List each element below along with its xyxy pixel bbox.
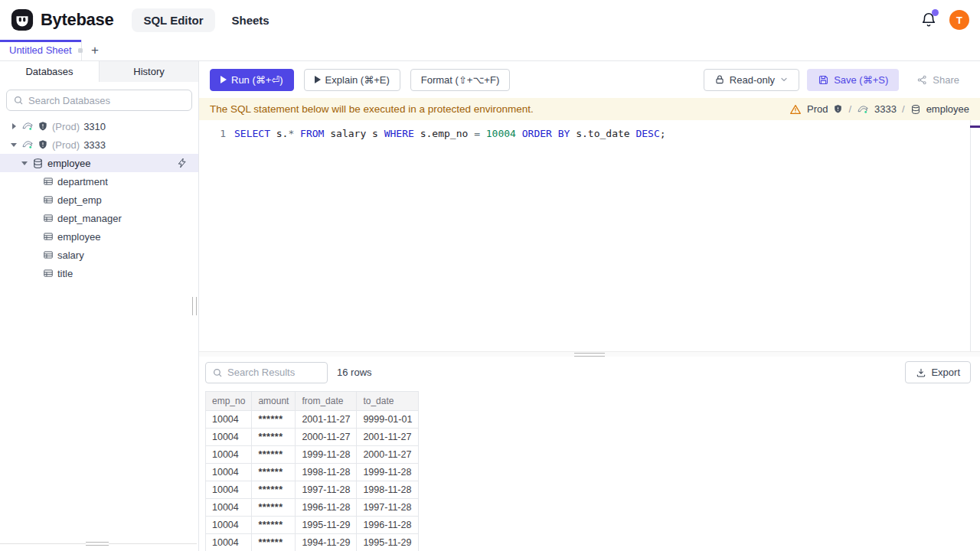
share-button[interactable]: Share — [906, 69, 969, 91]
run-button[interactable]: Run (⌘+⏎) — [210, 69, 294, 91]
table-row: 10004******2001-11-279999-01-01 — [206, 411, 419, 429]
cell[interactable]: 1996-11-28 — [296, 499, 357, 517]
instance-env-label: (Prod) — [52, 139, 80, 151]
instance-badge[interactable]: 3333 — [874, 103, 897, 115]
tab-databases[interactable]: Databases — [0, 61, 100, 82]
table-name: employee — [57, 231, 100, 243]
cell[interactable]: 1994-11-29 — [296, 534, 357, 551]
sidebar-bottom-splitter[interactable] — [0, 543, 197, 548]
instance-name: 3333 — [83, 139, 106, 151]
results-header-row: emp_noamountfrom_dateto_date — [206, 392, 419, 411]
sql-token: DESC — [635, 128, 659, 139]
cell[interactable]: 1997-11-28 — [357, 499, 419, 517]
cell[interactable]: 2000-11-27 — [357, 446, 419, 464]
environment-shield-icon — [38, 139, 48, 150]
cell[interactable]: 1998-11-28 — [296, 464, 357, 481]
tree-item-table-dept_emp[interactable]: dept_emp — [0, 191, 198, 209]
readonly-mode-dropdown[interactable]: Read-only — [704, 69, 799, 91]
notification-badge — [932, 9, 939, 16]
results-splitter[interactable] — [199, 351, 980, 357]
explain-button[interactable]: Explain (⌘+E) — [304, 69, 400, 91]
cell[interactable]: 10004 — [206, 481, 252, 499]
instance-env-label: (Prod) — [52, 121, 80, 132]
format-button[interactable]: Format (⇧+⌥+F) — [410, 69, 510, 91]
cell[interactable]: ****** — [252, 534, 296, 551]
cell[interactable]: 10004 — [206, 517, 252, 534]
cell[interactable]: ****** — [252, 517, 296, 534]
environment-shield-icon — [833, 104, 843, 114]
cell[interactable]: 10004 — [206, 464, 252, 481]
cell[interactable]: ****** — [252, 411, 296, 429]
quick-action-bolt-icon[interactable] — [177, 158, 188, 168]
editor-toolbar: Run (⌘+⏎) Explain (⌘+E) Format (⇧+⌥+F) — [199, 61, 980, 98]
mysql-icon — [21, 139, 34, 151]
cell[interactable]: 1996-11-28 — [357, 517, 419, 534]
cell[interactable]: 10004 — [206, 411, 252, 429]
tree-item-table-title[interactable]: title — [0, 264, 198, 282]
results-search-input[interactable] — [227, 367, 321, 378]
database-badge[interactable]: employee — [926, 103, 969, 115]
expand-caret-icon[interactable] — [9, 123, 18, 129]
cell[interactable]: ****** — [252, 464, 296, 481]
cell[interactable]: 1999-11-28 — [296, 446, 357, 464]
collapse-caret-icon[interactable] — [20, 161, 29, 165]
tree-item-instance-3310[interactable]: (Prod) 3310 — [0, 117, 198, 135]
new-sheet-button[interactable]: + — [82, 40, 108, 60]
tab-history[interactable]: History — [100, 61, 198, 82]
cell[interactable]: ****** — [252, 429, 296, 446]
cell[interactable]: 2000-11-27 — [296, 429, 357, 446]
share-icon — [916, 74, 928, 86]
cell[interactable]: 10004 — [206, 429, 252, 446]
cell[interactable]: 1999-11-28 — [357, 464, 419, 481]
bytebase-logo[interactable]: Bytebase — [11, 8, 113, 31]
cell[interactable]: 1995-11-29 — [296, 517, 357, 534]
bytebase-sql-editor-app: Bytebase SQL Editor Sheets T Untitled Sh… — [0, 0, 980, 551]
column-header-to_date[interactable]: to_date — [357, 392, 419, 411]
sql-editor[interactable]: 1 SELECT s.* FROM salary s WHERE s.emp_n… — [199, 120, 980, 351]
user-avatar[interactable]: T — [949, 10, 969, 30]
cell[interactable]: ****** — [252, 499, 296, 517]
column-header-amount[interactable]: amount — [252, 392, 296, 411]
collapse-caret-icon[interactable] — [9, 143, 18, 147]
cell[interactable]: ****** — [252, 446, 296, 464]
nav-sheets[interactable]: Sheets — [232, 14, 270, 27]
notifications-button[interactable] — [920, 11, 937, 28]
cell[interactable]: ****** — [252, 481, 296, 499]
table-name: dept_emp — [57, 194, 102, 206]
tree-item-table-dept_manager[interactable]: dept_manager — [0, 209, 198, 227]
save-button[interactable]: Save (⌘+S) — [807, 69, 899, 91]
database-search-input[interactable] — [28, 95, 185, 106]
export-button[interactable]: Export — [905, 361, 971, 383]
table-row: 10004******1999-11-282000-11-27 — [206, 446, 419, 464]
cell[interactable]: 9999-01-01 — [357, 411, 419, 429]
cell[interactable]: 10004 — [206, 446, 252, 464]
brand-name: Bytebase — [41, 10, 113, 30]
column-header-emp_no[interactable]: emp_no — [206, 392, 252, 411]
tab-untitled-sheet[interactable]: Untitled Sheet — [0, 40, 82, 60]
nav-sql-editor[interactable]: SQL Editor — [132, 8, 214, 32]
cell[interactable]: 1995-11-29 — [357, 534, 419, 551]
tree-item-instance-3333[interactable]: (Prod) 3333 — [0, 135, 198, 154]
cell[interactable]: 10004 — [206, 534, 252, 551]
environment-shield-icon — [38, 121, 48, 132]
tree-item-database-employee[interactable]: employee — [0, 154, 198, 172]
cell[interactable]: 2001-11-27 — [296, 411, 357, 429]
tree-item-table-employee[interactable]: employee — [0, 227, 198, 246]
cell[interactable]: 1997-11-28 — [296, 481, 357, 499]
connection-breadcrumb: Prod / 3333 / — [789, 103, 969, 116]
sql-token: = — [474, 128, 480, 139]
tree-item-table-salary[interactable]: salary — [0, 246, 198, 264]
cell[interactable]: 2001-11-27 — [357, 429, 419, 446]
database-icon — [910, 104, 921, 115]
cell[interactable]: 10004 — [206, 499, 252, 517]
column-header-from_date[interactable]: from_date — [296, 392, 357, 411]
tree-item-table-department[interactable]: department — [0, 172, 198, 191]
editor-overview-ruler[interactable] — [970, 120, 980, 351]
results-table-wrap: emp_noamountfrom_dateto_date10004******2… — [199, 388, 980, 551]
cell[interactable]: 1998-11-28 — [357, 481, 419, 499]
table-icon — [43, 249, 54, 260]
sql-code-line: 1 SELECT s.* FROM salary s WHERE s.emp_n… — [199, 120, 980, 141]
sheet-tab-bar: Untitled Sheet + — [0, 40, 980, 61]
sidebar-resize-handle[interactable] — [192, 297, 197, 315]
table-icon — [43, 268, 54, 279]
